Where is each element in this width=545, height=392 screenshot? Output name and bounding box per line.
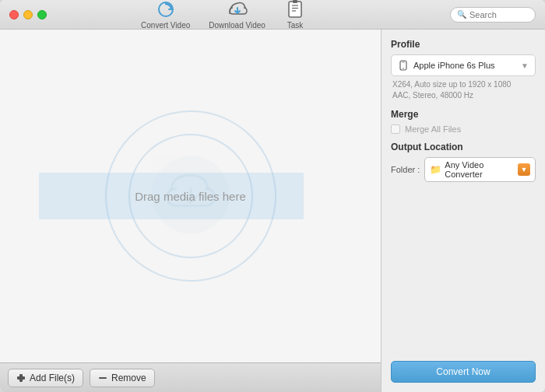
output-section-title: Output Location bbox=[391, 142, 536, 152]
folder-select-arrow: ▼ bbox=[518, 163, 530, 176]
merge-section: Merge Merge All Files bbox=[391, 109, 536, 134]
main-area: Drag media files here Add File(s) Remove bbox=[0, 30, 545, 392]
remove-icon bbox=[98, 373, 107, 383]
profile-name: Apple iPhone 6s Plus bbox=[413, 61, 516, 70]
profile-box[interactable]: Apple iPhone 6s Plus ▼ bbox=[391, 54, 536, 76]
merge-checkbox-row[interactable]: Merge All Files bbox=[391, 124, 536, 134]
convert-video-icon bbox=[155, 0, 177, 19]
phone-icon bbox=[398, 60, 409, 71]
search-box[interactable]: 🔍 bbox=[450, 7, 536, 23]
profile-dropdown-arrow: ▼ bbox=[521, 61, 529, 70]
download-video-icon bbox=[227, 0, 248, 19]
profile-section-title: Profile bbox=[391, 39, 536, 50]
add-files-button[interactable]: Add File(s) bbox=[8, 369, 83, 387]
convert-video-label: Convert Video bbox=[141, 21, 190, 30]
spacer bbox=[391, 190, 536, 353]
app-window: Convert Video Download Video bbox=[0, 0, 545, 392]
svg-rect-5 bbox=[293, 0, 297, 3]
bottom-toolbar: Add File(s) Remove bbox=[0, 362, 381, 392]
add-files-icon bbox=[16, 373, 26, 383]
right-panel: Profile Apple iPhone 6s Plus ▼ X264, Aut… bbox=[382, 30, 545, 392]
svg-rect-9 bbox=[99, 377, 107, 379]
folder-icon: 📁 bbox=[430, 164, 441, 175]
search-input[interactable] bbox=[469, 10, 532, 19]
folder-select[interactable]: 📁 Any Video Converter ▼ bbox=[424, 157, 536, 182]
download-video-button[interactable]: Download Video bbox=[209, 0, 265, 30]
drop-zone[interactable]: Drag media files here bbox=[0, 30, 381, 362]
left-panel: Drag media files here Add File(s) Remove bbox=[0, 30, 382, 392]
remove-button[interactable]: Remove bbox=[90, 369, 155, 387]
titlebar: Convert Video Download Video bbox=[0, 0, 545, 30]
convert-video-button[interactable]: Convert Video bbox=[141, 0, 190, 30]
add-files-label: Add File(s) bbox=[30, 373, 75, 383]
task-button[interactable]: Task bbox=[284, 0, 306, 30]
output-section: Output Location Folder : 📁 Any Video Con… bbox=[391, 142, 536, 182]
svg-rect-1 bbox=[289, 2, 301, 17]
profile-desc: X264, Auto size up to 1920 x 1080 AAC, S… bbox=[391, 79, 536, 101]
profile-section: Profile Apple iPhone 6s Plus ▼ X264, Aut… bbox=[391, 39, 536, 101]
convert-now-button[interactable]: Convert Now bbox=[391, 361, 536, 383]
folder-row: Folder : 📁 Any Video Converter ▼ bbox=[391, 157, 536, 182]
svg-rect-8 bbox=[17, 376, 25, 380]
search-icon: 🔍 bbox=[457, 10, 466, 19]
remove-label: Remove bbox=[111, 373, 146, 383]
merge-checkbox[interactable] bbox=[391, 124, 400, 134]
drop-zone-text: Drag media files here bbox=[135, 190, 246, 203]
toolbar-buttons: Convert Video Download Video bbox=[0, 0, 450, 30]
task-label: Task bbox=[287, 21, 304, 30]
task-icon bbox=[284, 0, 306, 19]
merge-section-title: Merge bbox=[391, 109, 536, 120]
merge-label: Merge All Files bbox=[405, 124, 461, 134]
download-video-label: Download Video bbox=[209, 21, 265, 30]
svg-point-11 bbox=[403, 68, 404, 69]
folder-label: Folder : bbox=[391, 165, 420, 174]
folder-select-text: Any Video Converter bbox=[445, 160, 515, 179]
